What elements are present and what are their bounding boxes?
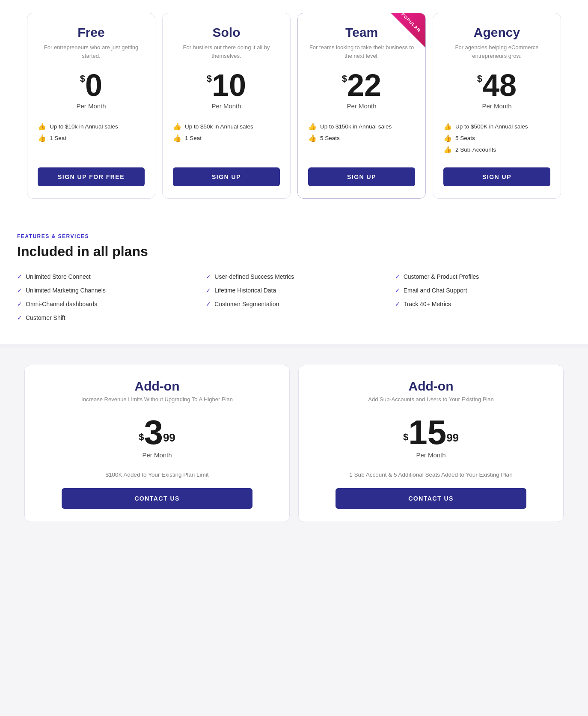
- pricing-card-team: POPULAR Team For teams looking to take t…: [297, 13, 426, 199]
- feature-item-2: ✓ Omni-Channel dashboards: [17, 299, 193, 309]
- feature-item: 👍 Up to $10k in Annual sales: [38, 122, 145, 131]
- thumbsup-icon: 👍: [308, 134, 317, 142]
- signup-solo-button[interactable]: SIGN UP: [173, 167, 280, 186]
- plan-desc-free: For entrepreneurs who are just getting s…: [38, 43, 145, 61]
- feature-item: 👍 5 Seats: [443, 134, 550, 142]
- price-amount-free: 0: [85, 70, 102, 101]
- plan-desc-agency: For agencies helping eCommerce entrepren…: [443, 43, 550, 61]
- pricing-card-agency: Agency For agencies helping eCommerce en…: [433, 13, 561, 199]
- features-list-solo: 👍 Up to $50k in Annual sales 👍 1 Seat: [173, 122, 280, 146]
- contact-us-button-1[interactable]: CONTACT US: [62, 488, 252, 509]
- plan-desc-team: For teams looking to take their business…: [308, 43, 415, 61]
- price-amount-team: 22: [347, 70, 381, 101]
- plan-name-free: Free: [77, 25, 104, 40]
- thumbsup-icon: 👍: [173, 122, 181, 131]
- plan-desc-solo: For hustlers out there doing it all by t…: [173, 43, 280, 61]
- features-grid: ✓ Unlimited Store Connect ✓ User-defined…: [17, 271, 571, 323]
- check-icon: ✓: [206, 287, 211, 294]
- pricing-card-solo: Solo For hustlers out there doing it all…: [162, 13, 291, 199]
- feature-item-1: ✓ Unlimited Marketing Channels: [17, 285, 193, 295]
- feature-item: 👍 Up to $50k in Annual sales: [173, 122, 280, 131]
- feature-item: 👍 Up to $150k in Annual sales: [308, 122, 415, 131]
- feature-item-9: ✓ Email and Chat Support: [395, 285, 571, 295]
- check-icon: ✓: [395, 287, 400, 294]
- price-block-agency: $ 48: [477, 70, 517, 101]
- signup-agency-button[interactable]: SIGN UP: [443, 167, 550, 186]
- price-per-month-free: Per Month: [76, 102, 106, 110]
- pricing-cards: Free For entrepreneurs who are just gett…: [16, 13, 572, 199]
- price-amount-solo: 10: [212, 70, 246, 101]
- pricing-section: Free For entrepreneurs who are just gett…: [0, 0, 588, 216]
- contact-us-button-2[interactable]: CONTACT US: [336, 488, 526, 509]
- feature-item-5: ✓ Lifetime Historical Data: [206, 285, 382, 295]
- addon-card-2: Add-on Add Sub-Accounts and Users to You…: [298, 365, 564, 522]
- feature-item-0: ✓ Unlimited Store Connect: [17, 271, 193, 282]
- check-icon: ✓: [17, 314, 22, 321]
- addon-per-month-2: Per Month: [416, 451, 445, 459]
- pricing-card-free: Free For entrepreneurs who are just gett…: [27, 13, 155, 199]
- addon-cards: Add-on Increase Revenue Limits Without U…: [16, 365, 572, 522]
- price-block-team: $ 22: [342, 70, 381, 101]
- price-dollar-solo: $: [207, 73, 212, 84]
- addon-price-main-2: 15: [408, 415, 446, 450]
- thumbsup-icon: 👍: [173, 134, 181, 142]
- addon-info-2: 1 Sub Account & 5 Additional Seats Added…: [349, 471, 512, 478]
- plan-name-solo: Solo: [213, 25, 241, 40]
- feature-item-6: ✓ Customer Segmentation: [206, 299, 382, 309]
- price-block-free: $ 0: [80, 70, 102, 101]
- popular-badge: POPULAR: [391, 13, 425, 48]
- feature-item: 👍 2 Sub-Accounts: [443, 146, 550, 154]
- plan-name-agency: Agency: [474, 25, 520, 40]
- features-heading: Included in all plans: [17, 244, 571, 260]
- feature-item-8: ✓ Customer & Product Profiles: [395, 271, 571, 282]
- addon-card-1: Add-on Increase Revenue Limits Without U…: [24, 365, 290, 522]
- price-per-month-solo: Per Month: [211, 102, 241, 110]
- features-list-agency: 👍 Up to $500K in Annual sales 👍 5 Seats …: [443, 122, 550, 157]
- check-icon: ✓: [17, 273, 22, 280]
- feature-item: 👍 1 Seat: [173, 134, 280, 142]
- addon-price-cents-1: 99: [163, 431, 175, 445]
- addon-name-1: Add-on: [135, 379, 180, 394]
- price-per-month-team: Per Month: [347, 102, 376, 110]
- thumbsup-icon: 👍: [38, 134, 46, 142]
- check-icon: ✓: [17, 301, 22, 307]
- feature-item-4: ✓ User-defined Success Metrics: [206, 271, 382, 282]
- check-icon: ✓: [17, 287, 22, 294]
- thumbsup-icon: 👍: [443, 146, 452, 154]
- feature-item-3: ✓ Track 40+ Metrics: [395, 299, 571, 309]
- addon-price-cents-2: 99: [446, 431, 459, 445]
- check-icon: ✓: [206, 301, 211, 307]
- features-list-team: 👍 Up to $150k in Annual sales 👍 5 Seats: [308, 122, 415, 146]
- feature-item-7: ✓ Customer Shift: [17, 313, 193, 323]
- signup-team-button[interactable]: SIGN UP: [308, 167, 415, 186]
- addon-per-month-1: Per Month: [142, 451, 172, 459]
- addon-price-dollar-2: $: [403, 432, 408, 443]
- addon-section: Add-on Increase Revenue Limits Without U…: [0, 348, 588, 539]
- check-icon: ✓: [206, 273, 211, 280]
- section-divider: [0, 344, 588, 348]
- features-section: FEATURES & SERVICES Included in all plan…: [0, 216, 588, 344]
- price-block-solo: $ 10: [207, 70, 246, 101]
- addon-price-block-2: $ 15 99: [403, 415, 459, 450]
- thumbsup-icon: 👍: [308, 122, 317, 131]
- popular-badge-text: POPULAR: [400, 12, 422, 33]
- feature-item: 👍 1 Seat: [38, 134, 145, 142]
- addon-desc-1: Increase Revenue Limits Without Upgradin…: [81, 396, 233, 403]
- addon-name-2: Add-on: [409, 379, 454, 394]
- check-icon: ✓: [395, 273, 400, 280]
- feature-item: 👍 5 Seats: [308, 134, 415, 142]
- thumbsup-icon: 👍: [38, 122, 46, 131]
- addon-price-dollar-1: $: [139, 432, 144, 443]
- addon-price-main-1: 3: [144, 415, 163, 450]
- price-amount-agency: 48: [482, 70, 517, 101]
- plan-name-team: Team: [345, 25, 378, 40]
- price-dollar-team: $: [342, 73, 347, 84]
- thumbsup-icon: 👍: [443, 134, 452, 142]
- feature-item: 👍 Up to $500K in Annual sales: [443, 122, 550, 131]
- signup-free-button[interactable]: SIGN UP FOR FREE: [38, 167, 145, 186]
- price-dollar-free: $: [80, 73, 85, 84]
- addon-info-1: $100K Added to Your Existing Plan Limit: [106, 471, 209, 478]
- check-icon: ✓: [395, 301, 400, 307]
- addon-desc-2: Add Sub-Accounts and Users to Your Exist…: [368, 396, 493, 403]
- addon-price-block-1: $ 3 99: [139, 415, 175, 450]
